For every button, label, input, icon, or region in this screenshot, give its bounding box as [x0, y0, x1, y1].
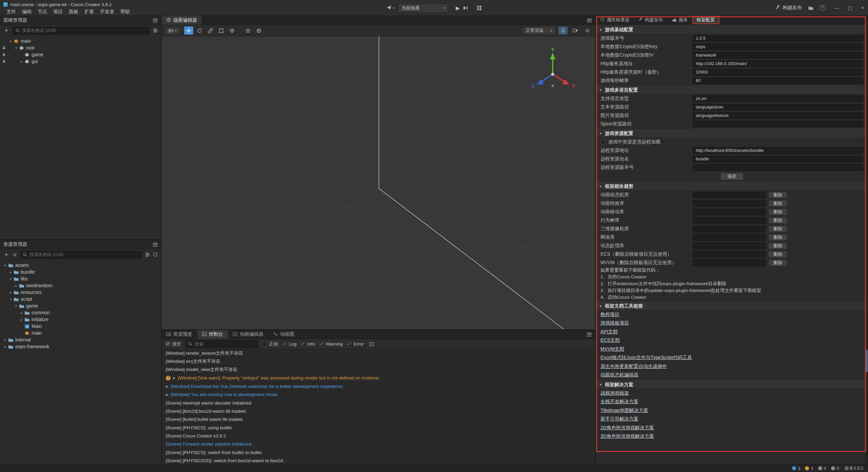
expand-arrow[interactable]: ▾ [14, 304, 19, 308]
close-button[interactable]: × [861, 5, 864, 11]
tree-row-initialize[interactable]: ▸initialize [0, 316, 161, 323]
panel-menu-icon[interactable] [587, 19, 592, 22]
field-input[interactable]: language/texture [693, 112, 863, 119]
minimize-button[interactable]: — [834, 5, 839, 11]
link-2D角色扮演游戏解决方案[interactable]: 2D角色扮演游戏解决方案 [600, 425, 654, 431]
pivot-toggle-button[interactable] [243, 26, 253, 35]
expand-arrow[interactable]: ▸ [3, 338, 8, 342]
field-input[interactable] [693, 200, 766, 207]
link-新手引导解决方案[interactable]: 新手引导解决方案 [600, 416, 638, 422]
delete-button[interactable]: 删除 [768, 259, 787, 266]
log-row[interactable]: !▶[Window] [Vue warn]: Property "onInput… [162, 374, 595, 382]
tree-row-bundle[interactable]: ▸bundle [0, 269, 161, 275]
section-header-框架解决方案[interactable]: ▼框架解决方案 [596, 380, 868, 389]
menu-item-5[interactable]: 扩展 [81, 8, 97, 16]
field-input[interactable]: http://localhost:8083/assets/bundle [693, 147, 863, 154]
link-Excel格式转Json文件与TypeScript代码工具[interactable]: Excel格式转Json文件与TypeScript代码工具 [600, 355, 692, 361]
filter-warning-checkbox[interactable]: ✓Warning [319, 341, 343, 347]
link-API文档[interactable]: API文档 [600, 329, 618, 335]
log-row[interactable]: [Window] model_view文件夹不存在 [162, 366, 595, 374]
coordinate-toggle-button[interactable] [254, 26, 263, 35]
log-row[interactable]: [Window] render_texture文件夹不存在 [162, 349, 595, 357]
link-MVVM文档[interactable]: MVVM文档 [600, 346, 624, 352]
field-input[interactable]: oops [693, 43, 863, 50]
expand-arrow[interactable]: ▸ [19, 311, 24, 315]
link-动画状态机编辑器[interactable]: 动画状态机编辑器 [600, 372, 638, 378]
log-row[interactable]: [Scene] meshopt wasm decoder initialized [162, 399, 595, 407]
log-row[interactable]: [Scene] [PHYSICS]: using builtin. [162, 424, 595, 432]
menu-item-4[interactable]: 面板 [66, 8, 81, 16]
link-游戏模板项目[interactable]: 游戏模板项目 [600, 320, 629, 326]
tree-row-resources[interactable]: ▸resources [0, 289, 161, 296]
field-input[interactable]: zh,en [693, 95, 863, 102]
filter-error-checkbox[interactable]: ✓Error [347, 341, 364, 347]
tree-row-gui[interactable]: ▸gui [0, 58, 161, 65]
log-row[interactable]: ▶[Window] Download the Vue Devtools exte… [162, 382, 595, 391]
refresh-icon[interactable] [153, 252, 158, 257]
link-Tiledmap地图解决方案[interactable]: Tiledmap地图解决方案 [600, 408, 648, 414]
section-header-游戏基础配置[interactable]: ▼游戏基础配置 [596, 25, 868, 34]
expand-arrow[interactable]: ▾ [8, 277, 13, 281]
tab-动画图[interactable]: 动画图 [269, 330, 299, 339]
status-badge-1[interactable]: 1 [805, 466, 813, 471]
create-asset-button[interactable]: + [3, 251, 9, 258]
field-input[interactable]: 60 [693, 77, 863, 84]
field-input[interactable] [693, 217, 766, 224]
link-3D角色扮演游戏解决方案[interactable]: 3D角色扮演游戏解决方案 [600, 433, 654, 439]
camera-icon[interactable] [571, 26, 580, 35]
field-input[interactable]: 1.0.5 [693, 35, 863, 42]
rect-tool-button[interactable] [217, 26, 226, 35]
delete-button[interactable]: 删除 [768, 234, 787, 241]
delete-button[interactable]: 删除 [768, 200, 787, 207]
expand-caret[interactable]: ▶ [173, 376, 176, 380]
scale-tool-button[interactable] [206, 26, 215, 35]
section-header-游戏资源配置[interactable]: ▼游戏资源配置 [596, 129, 868, 138]
menu-item-1[interactable]: 编辑 [19, 8, 35, 16]
folder-icon[interactable] [808, 6, 813, 10]
create-node-button[interactable]: + [3, 27, 9, 34]
light-toggle-button[interactable] [558, 26, 568, 35]
console-search-input[interactable]: 搜索 [185, 340, 258, 348]
tab-构建发布[interactable]: 构建发布 [634, 16, 668, 24]
log-row[interactable]: [Scene] [PHYSICS2D]: switch from box2d-w… [162, 457, 595, 464]
field-input[interactable] [693, 121, 863, 127]
axis-gizmo[interactable]: Y X Z [527, 48, 578, 99]
rotate-tool-button[interactable] [195, 26, 204, 35]
play-button[interactable]: ▶ [456, 5, 460, 11]
expand-arrow[interactable]: ▸ [19, 60, 24, 63]
field-input[interactable]: http://192.168.0.150/main/ [693, 60, 863, 67]
field-input[interactable]: bundle [693, 156, 863, 162]
delete-button[interactable]: 删除 [768, 217, 787, 224]
tree-row-Main[interactable]: TSMain [0, 323, 161, 330]
expand-arrow[interactable]: ▸ [8, 291, 13, 294]
field-input[interactable]: 10000 [693, 69, 863, 76]
delete-button[interactable]: 删除 [768, 251, 787, 258]
scene-select[interactable]: 当前场景 ▾ [398, 4, 449, 13]
scrollbar[interactable] [865, 24, 868, 464]
expand-arrow[interactable]: ▾ [14, 46, 19, 50]
panel-menu-icon[interactable] [153, 243, 158, 247]
tree-row-game[interactable]: game [0, 51, 161, 58]
log-row[interactable]: [Scene] Forward render pipeline initiali… [162, 440, 595, 448]
gear-icon[interactable] [583, 26, 592, 35]
lock-icon[interactable] [2, 53, 6, 56]
menu-item-0[interactable]: 文件 [3, 8, 19, 16]
field-input[interactable] [693, 234, 766, 241]
tab-资源预览[interactable]: 资源预览 [162, 330, 197, 339]
hierarchy-search-input[interactable]: 搜索名称或 UUID [13, 27, 150, 35]
link-战棋游戏框架[interactable]: 战棋游戏框架 [600, 390, 629, 396]
link-全栈开发解决方案[interactable]: 全栈开发解决方案 [600, 399, 638, 405]
preview-target-button[interactable]: ▾ [386, 5, 395, 11]
log-row[interactable]: ▶[Window] You are running Vue in develop… [162, 391, 595, 399]
status-badge-2[interactable]: 0 [818, 466, 826, 471]
field-input[interactable] [693, 164, 863, 171]
field-input[interactable] [693, 251, 766, 258]
delete-button[interactable]: 删除 [768, 225, 787, 232]
tab-动画编辑器[interactable]: 动画编辑器 [228, 330, 269, 339]
delete-button[interactable]: 删除 [768, 209, 787, 215]
expand-arrow[interactable]: ▾ [8, 39, 13, 43]
tree-row-main[interactable]: main [0, 330, 161, 336]
status-badge-0[interactable]: 3 [792, 466, 800, 471]
tree-row-seedrandom[interactable]: ▸seedrandom [0, 282, 161, 289]
tab-属性检查器[interactable]: 属性检查器 [596, 16, 634, 24]
